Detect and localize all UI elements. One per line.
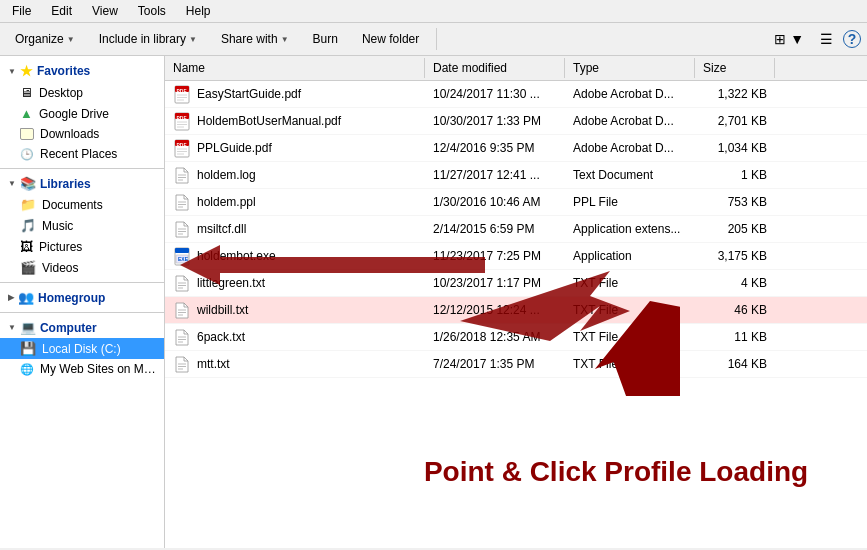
table-row[interactable]: PDF PPLGuide.pdf 12/4/2016 9:35 PM Adobe…	[165, 135, 867, 162]
pictures-icon: 🖼	[20, 239, 33, 254]
txt-icon	[173, 327, 191, 347]
sidebar-item-googledrive[interactable]: ▲ Google Drive	[0, 103, 164, 124]
cell-name: EXE holdembot.exe	[165, 245, 425, 267]
menu-edit[interactable]: Edit	[43, 2, 80, 20]
cell-date: 10/30/2017 1:33 PM	[425, 113, 565, 129]
libraries-section: ▼ 📚 Libraries 📁 Documents 🎵 Music 🖼 Pict…	[0, 173, 164, 278]
svg-text:PDF: PDF	[177, 87, 187, 93]
sidebar-item-videos[interactable]: 🎬 Videos	[0, 257, 164, 278]
table-row[interactable]: 6pack.txt 1/26/2018 12:35 AM TXT File 11…	[165, 324, 867, 351]
cell-size: 4 KB	[695, 275, 775, 291]
cell-date: 11/27/2017 12:41 ...	[425, 167, 565, 183]
include-in-library-button[interactable]: Include in library ▼	[90, 28, 206, 50]
file-name: EasyStartGuide.pdf	[197, 87, 301, 101]
file-name: holdembot.exe	[197, 249, 276, 263]
column-headers: Name Date modified Type Size	[165, 56, 867, 81]
cell-name: PDF HoldemBotUserManual.pdf	[165, 110, 425, 132]
help-button[interactable]: ?	[843, 30, 861, 48]
cell-size: 3,175 KB	[695, 248, 775, 264]
cell-type: Adobe Acrobat D...	[565, 86, 695, 102]
cell-type: Application	[565, 248, 695, 264]
col-header-type[interactable]: Type	[565, 58, 695, 78]
cell-size: 1 KB	[695, 167, 775, 183]
include-chevron: ▼	[189, 35, 197, 44]
sidebar-item-recentplaces[interactable]: 🕒 Recent Places	[0, 144, 164, 164]
toolbar: Organize ▼ Include in library ▼ Share wi…	[0, 23, 867, 56]
menu-bar: File Edit View Tools Help	[0, 0, 867, 23]
cell-type: TXT File	[565, 329, 695, 345]
cell-date: 1/30/2016 10:46 AM	[425, 194, 565, 210]
sidebar-divider-2	[0, 282, 164, 283]
table-row[interactable]: wildbill.txt 12/12/2015 12:24 ... TXT Fi…	[165, 297, 867, 324]
col-header-name[interactable]: Name	[165, 58, 425, 78]
homegroup-header[interactable]: ▶ 👥 Homegroup	[0, 287, 164, 308]
cell-type: Text Document	[565, 167, 695, 183]
cell-type: TXT File	[565, 275, 695, 291]
exe-icon: EXE	[173, 246, 191, 266]
computer-header[interactable]: ▼ 💻 Computer	[0, 317, 164, 338]
table-row[interactable]: PDF EasyStartGuide.pdf 10/24/2017 11:30 …	[165, 81, 867, 108]
cell-date: 1/26/2018 12:35 AM	[425, 329, 565, 345]
details-view-button[interactable]: ☰	[814, 27, 839, 51]
toolbar-separator	[436, 28, 437, 50]
menu-help[interactable]: Help	[178, 2, 219, 20]
cell-name: mtt.txt	[165, 353, 425, 375]
table-row[interactable]: msiltcf.dll 2/14/2015 6:59 PM Applicatio…	[165, 216, 867, 243]
libraries-triangle: ▼	[8, 179, 16, 188]
file-name: mtt.txt	[197, 357, 230, 371]
file-name: holdem.ppl	[197, 195, 256, 209]
table-row[interactable]: littlegreen.txt 10/23/2017 1:17 PM TXT F…	[165, 270, 867, 297]
organize-button[interactable]: Organize ▼	[6, 28, 84, 50]
libraries-header[interactable]: ▼ 📚 Libraries	[0, 173, 164, 194]
cell-date: 2/14/2015 6:59 PM	[425, 221, 565, 237]
cell-name: littlegreen.txt	[165, 272, 425, 294]
sidebar-item-pictures[interactable]: 🖼 Pictures	[0, 236, 164, 257]
new-folder-button[interactable]: New folder	[353, 28, 428, 50]
content-wrapper: Name Date modified Type Size PDF	[165, 56, 867, 548]
sidebar-item-music[interactable]: 🎵 Music	[0, 215, 164, 236]
cell-date: 7/24/2017 1:35 PM	[425, 356, 565, 372]
burn-button[interactable]: Burn	[304, 28, 347, 50]
table-row[interactable]: holdem.ppl 1/30/2016 10:46 AM PPL File 7…	[165, 189, 867, 216]
share-with-button[interactable]: Share with ▼	[212, 28, 298, 50]
cell-type: Adobe Acrobat D...	[565, 113, 695, 129]
menu-file[interactable]: File	[4, 2, 39, 20]
main-layout: ▼ ★ Favorites 🖥 Desktop ▲ Google Drive D…	[0, 56, 867, 548]
cell-size: 1,322 KB	[695, 86, 775, 102]
localdisk-icon: 💾	[20, 341, 36, 356]
file-name: 6pack.txt	[197, 330, 245, 344]
cell-name: wildbill.txt	[165, 299, 425, 321]
file-name: msiltcf.dll	[197, 222, 246, 236]
cell-size: 46 KB	[695, 302, 775, 318]
file-name: holdem.log	[197, 168, 256, 182]
mywebsites-icon: 🌐	[20, 363, 34, 376]
sidebar-item-downloads[interactable]: Downloads	[0, 124, 164, 144]
view-options-button[interactable]: ⊞ ▼	[768, 27, 810, 51]
favorites-section: ▼ ★ Favorites 🖥 Desktop ▲ Google Drive D…	[0, 60, 164, 164]
menu-tools[interactable]: Tools	[130, 2, 174, 20]
log-icon	[173, 165, 191, 185]
sidebar-item-documents[interactable]: 📁 Documents	[0, 194, 164, 215]
col-header-date[interactable]: Date modified	[425, 58, 565, 78]
table-row[interactable]: holdem.log 11/27/2017 12:41 ... Text Doc…	[165, 162, 867, 189]
cell-size: 1,034 KB	[695, 140, 775, 156]
col-header-size[interactable]: Size	[695, 58, 775, 78]
table-row[interactable]: PDF HoldemBotUserManual.pdf 10/30/2017 1…	[165, 108, 867, 135]
cell-name: holdem.ppl	[165, 191, 425, 213]
table-row[interactable]: mtt.txt 7/24/2017 1:35 PM TXT File 164 K…	[165, 351, 867, 378]
videos-icon: 🎬	[20, 260, 36, 275]
libraries-icon: 📚	[20, 176, 36, 191]
cell-name: PDF PPLGuide.pdf	[165, 137, 425, 159]
sidebar-item-mywebsites[interactable]: 🌐 My Web Sites on MS...	[0, 359, 164, 379]
sidebar-item-localdisk[interactable]: 💾 Local Disk (C:)	[0, 338, 164, 359]
cell-size: 205 KB	[695, 221, 775, 237]
favorites-header[interactable]: ▼ ★ Favorites	[0, 60, 164, 82]
pdf-icon: PDF	[173, 84, 191, 104]
googledrive-icon: ▲	[20, 106, 33, 121]
menu-view[interactable]: View	[84, 2, 126, 20]
organize-chevron: ▼	[67, 35, 75, 44]
svg-text:PDF: PDF	[177, 114, 187, 120]
table-row[interactable]: EXE holdembot.exe 11/23/2017 7:25 PM App…	[165, 243, 867, 270]
recentplaces-icon: 🕒	[20, 148, 34, 161]
sidebar-item-desktop[interactable]: 🖥 Desktop	[0, 82, 164, 103]
